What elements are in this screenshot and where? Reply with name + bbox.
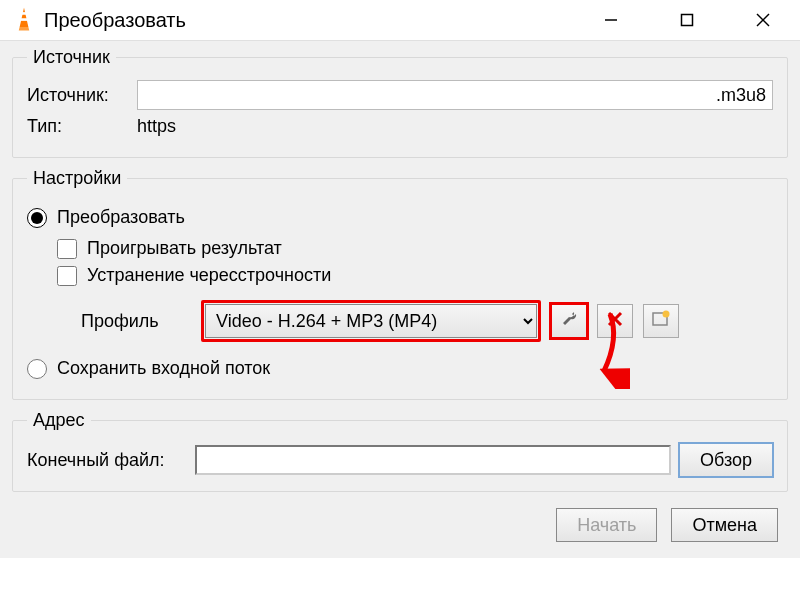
delete-x-icon: [606, 310, 624, 332]
save-stream-radio[interactable]: Сохранить входной поток: [27, 358, 773, 379]
svg-point-7: [663, 311, 670, 318]
titlebar: Преобразовать: [0, 0, 800, 40]
svg-rect-3: [682, 15, 693, 26]
svg-rect-0: [21, 12, 28, 15]
save-stream-label: Сохранить входной поток: [57, 358, 270, 379]
source-value: .m3u8: [716, 85, 766, 106]
minimize-button[interactable]: [588, 5, 634, 35]
destination-file-input[interactable]: [195, 445, 671, 475]
start-button[interactable]: Начать: [556, 508, 657, 542]
source-group: Источник Источник: .m3u8 Тип: https: [12, 47, 788, 158]
source-legend: Источник: [27, 47, 116, 68]
new-profile-icon: [652, 310, 670, 332]
deinterlace-checkbox[interactable]: Устранение чересстрочности: [57, 265, 773, 286]
deinterlace-label: Устранение чересстрочности: [87, 265, 331, 286]
cancel-button[interactable]: Отмена: [671, 508, 778, 542]
play-result-label: Проигрывать результат: [87, 238, 282, 259]
new-profile-button[interactable]: [643, 304, 679, 338]
type-value: https: [137, 116, 176, 137]
edit-profile-button[interactable]: [551, 304, 587, 338]
profile-label: Профиль: [81, 311, 191, 332]
destination-file-label: Конечный файл:: [27, 450, 187, 471]
close-button[interactable]: [740, 5, 786, 35]
type-label: Тип:: [27, 116, 137, 137]
browse-button[interactable]: Обзор: [679, 443, 773, 477]
source-label: Источник:: [27, 85, 137, 106]
svg-rect-1: [20, 18, 29, 21]
settings-group: Настройки Преобразовать Проигрывать резу…: [12, 168, 788, 400]
convert-radio-label: Преобразовать: [57, 207, 185, 228]
window-controls: [588, 5, 786, 35]
destination-group: Адрес Конечный файл: Обзор: [12, 410, 788, 492]
convert-radio[interactable]: Преобразовать: [27, 207, 773, 228]
wrench-icon: [560, 310, 578, 332]
dialog-footer: Начать Отмена: [12, 502, 788, 546]
destination-legend: Адрес: [27, 410, 91, 431]
window-title: Преобразовать: [44, 9, 588, 32]
maximize-button[interactable]: [664, 5, 710, 35]
profile-highlight: Video - H.264 + MP3 (MP4): [201, 300, 541, 342]
settings-legend: Настройки: [27, 168, 127, 189]
play-result-checkbox[interactable]: Проигрывать результат: [57, 238, 773, 259]
profile-select[interactable]: Video - H.264 + MP3 (MP4): [205, 304, 537, 338]
source-value-box: .m3u8: [137, 80, 773, 110]
vlc-cone-icon: [10, 6, 38, 34]
delete-profile-button[interactable]: [597, 304, 633, 338]
